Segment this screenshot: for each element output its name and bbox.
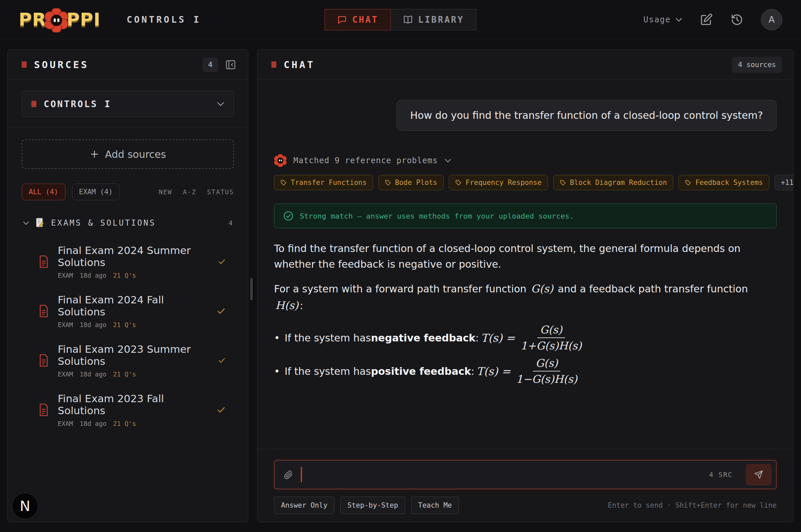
topic-tag[interactable]: Bode Plots	[379, 175, 443, 190]
modes-row: Answer Only Step-by-Step Teach Me Enter …	[274, 497, 777, 514]
formula-list: If the system has negative feedback: T(s…	[274, 319, 777, 386]
topic-tag[interactable]: Transfer Functions	[274, 175, 373, 190]
usage-menu[interactable]: Usage	[644, 15, 682, 24]
memo-icon	[35, 217, 45, 228]
chevron-down-icon	[23, 221, 29, 225]
check-icon	[216, 306, 226, 316]
matched-problems-toggle[interactable]: Matched 9 reference problems	[274, 154, 777, 167]
tag-icon	[560, 179, 566, 186]
source-item[interactable]: Final Exam 2024 Summer Solutions EXAM 18…	[22, 237, 234, 286]
math-hs: H(s)	[275, 299, 298, 312]
poppy-flower-icon	[44, 8, 69, 32]
answer-paragraph-1: To find the transfer function of a close…	[274, 241, 768, 272]
source-meta: EXAM 18d ago 21 Q's	[58, 272, 210, 279]
source-type: EXAM	[58, 272, 73, 279]
chat-panel-header: CHAT 4 sources	[257, 50, 793, 80]
answer-paragraph-2: For a system with a forward path transfe…	[274, 281, 768, 314]
check-icon	[216, 405, 226, 415]
source-title: Final Exam 2024 Summer Solutions	[58, 244, 210, 268]
compose-button[interactable]	[700, 13, 713, 26]
filter-all[interactable]: ALL (4)	[22, 184, 65, 200]
chevron-down-icon	[675, 18, 682, 22]
source-type: EXAM	[58, 321, 73, 328]
avatar[interactable]: A	[761, 9, 782, 31]
math-fraction: G(s) 1+G(s)H(s)	[519, 323, 583, 353]
message-input[interactable]: 4 SRC	[274, 460, 777, 489]
filter-exam[interactable]: EXAM (4)	[72, 184, 120, 200]
tab-library-label: LIBRARY	[418, 15, 464, 25]
matched-label: Matched 9 reference problems	[293, 156, 438, 165]
course-selector-value: CONTROLS I	[44, 99, 112, 109]
mode-button[interactable]: Teach Me	[411, 497, 459, 514]
source-questions: 21 Q's	[113, 370, 136, 378]
course-selector[interactable]: CONTROLS I	[22, 91, 234, 117]
app-logo[interactable]: PR PPI	[19, 8, 100, 32]
formula-bullet: If the system has positive feedback: T(s…	[274, 357, 777, 386]
add-sources-button[interactable]: Add sources	[22, 139, 234, 169]
math-lhs: T(s) =	[481, 331, 515, 344]
mode-button[interactable]: Answer Only	[274, 497, 335, 514]
sources-panel-header: SOURCES 4	[8, 50, 248, 80]
more-tags-button[interactable]: +11 more	[775, 175, 793, 190]
history-button[interactable]	[730, 13, 744, 26]
tag-icon	[455, 179, 462, 186]
topic-tag[interactable]: Feedback Systems	[679, 175, 769, 190]
topic-tag[interactable]: Block Diagram Reduction	[553, 175, 673, 190]
chevron-down-icon	[444, 158, 451, 163]
source-questions: 21 Q's	[113, 420, 136, 427]
messages-area: How do you find the transfer function of…	[257, 80, 793, 449]
tag-label: Frequency Response	[465, 178, 542, 187]
source-title: Final Exam 2023 Fall Solutions	[58, 393, 208, 417]
composer: 4 SRC Answer Only Step-by-Step Teach Me …	[257, 449, 793, 522]
chevron-down-icon	[217, 102, 224, 106]
mode-button[interactable]: Step-by-Step	[340, 497, 405, 514]
strong-match-banner: Strong match — answer uses methods from …	[274, 204, 777, 228]
sort-option[interactable]: A-Z	[183, 188, 196, 195]
plus-icon	[90, 150, 99, 159]
sources-panel: SOURCES 4 CONTROLS I Add sources ALL (4)	[7, 50, 248, 522]
sort-option[interactable]: STATUS	[207, 188, 234, 195]
source-item[interactable]: Final Exam 2023 Summer Solutions EXAM 18…	[22, 336, 234, 385]
dev-badge[interactable]: N	[12, 493, 38, 519]
usage-label: Usage	[644, 15, 671, 24]
source-age: 18d ago	[80, 420, 107, 427]
topic-tag[interactable]: Frequency Response	[449, 175, 548, 190]
sort-options: NEW A-Z STATUS	[159, 188, 234, 195]
feedback-type: negative feedback	[371, 332, 475, 344]
source-item[interactable]: Final Exam 2023 Fall Solutions EXAM 18d …	[22, 385, 234, 435]
history-icon	[730, 13, 744, 26]
sidebar-scrollbar[interactable]	[250, 278, 253, 300]
send-button[interactable]	[746, 464, 771, 485]
sort-option[interactable]: NEW	[159, 188, 172, 195]
math-gs: G(s)	[531, 282, 553, 295]
source-questions: 21 Q's	[113, 272, 136, 279]
tag-icon	[685, 179, 691, 186]
tag-icon	[385, 179, 391, 186]
tab-chat-label: CHAT	[352, 15, 379, 25]
text-cursor	[301, 467, 302, 482]
tab-library[interactable]: LIBRARY	[391, 9, 477, 31]
strong-match-text: Strong match — answer uses methods from …	[300, 212, 574, 220]
compose-icon	[700, 13, 713, 26]
document-icon	[38, 255, 50, 269]
fraction-numerator: G(s)	[533, 357, 561, 372]
group-exams-solutions[interactable]: EXAMS & SOLUTIONS 4	[22, 217, 234, 228]
formula-bullet: If the system has negative feedback: T(s…	[274, 323, 777, 353]
source-item[interactable]: Final Exam 2024 Fall Solutions EXAM 18d …	[22, 286, 234, 336]
top-header: PR PPI CONTROLS I CHAT LIBRARY	[0, 0, 801, 39]
tab-chat[interactable]: CHAT	[324, 9, 391, 31]
feedback-type: positive feedback	[371, 365, 471, 377]
check-icon	[217, 256, 226, 267]
group-label: EXAMS & SOLUTIONS	[51, 218, 156, 228]
source-type: EXAM	[58, 370, 73, 378]
source-meta: EXAM 18d ago 21 Q's	[58, 420, 208, 427]
source-age: 18d ago	[80, 321, 107, 328]
main-tabs: CHAT LIBRARY	[324, 9, 476, 31]
course-selector-section: CONTROLS I	[8, 80, 248, 128]
sources-count-badge: 4	[203, 57, 218, 72]
math-lhs: T(s) =	[476, 365, 511, 378]
tag-label: Block Diagram Reduction	[570, 178, 667, 187]
fraction-denominator: 1+G(s)H(s)	[520, 338, 581, 353]
collapse-panel-button[interactable]	[225, 59, 236, 71]
keyboard-hint: Enter to send · Shift+Enter for new line	[608, 501, 777, 509]
